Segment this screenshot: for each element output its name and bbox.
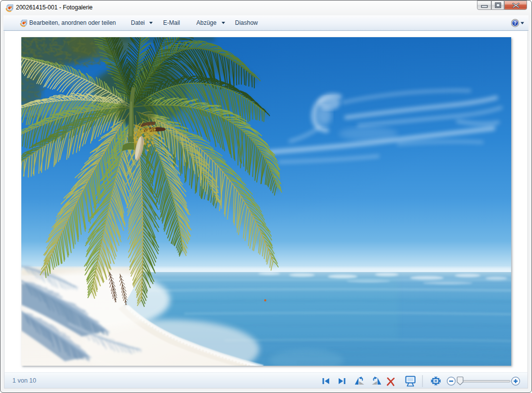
svg-text:?: ? xyxy=(514,20,517,26)
